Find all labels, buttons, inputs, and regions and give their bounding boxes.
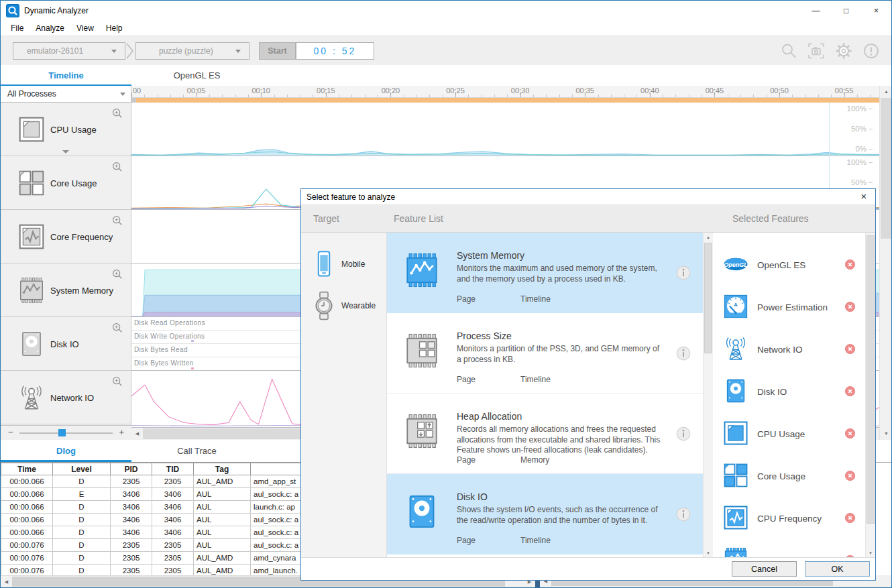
application-select[interactable]: puzzle (puzzle)	[135, 42, 249, 60]
log-column-header[interactable]: TID	[152, 463, 194, 475]
zoom-in-icon[interactable]	[111, 107, 123, 119]
zoom-in-icon[interactable]	[111, 268, 123, 280]
cancel-button[interactable]: Cancel	[732, 561, 797, 577]
log-cell: 2305	[111, 539, 152, 552]
remove-feature-button[interactable]	[843, 342, 857, 356]
menu-help[interactable]: Help	[100, 23, 129, 33]
sidebar-item-network-io[interactable]: Network IO	[1, 371, 131, 424]
info-icon[interactable]	[675, 264, 692, 282]
settings-icon[interactable]	[834, 42, 853, 60]
feature-process-size[interactable]: Process SizeMonitors a partition of the …	[387, 313, 703, 394]
scroll-down-button[interactable]: ▼	[866, 548, 875, 558]
zoom-in-icon[interactable]	[111, 322, 123, 334]
remove-feature-button[interactable]	[843, 511, 857, 525]
ruler-tick	[222, 95, 223, 97]
info-icon[interactable]	[675, 425, 692, 443]
opengl-icon: OpenGL	[722, 251, 749, 278]
timeline-vertical-scrollbar[interactable]: ▲ ▼	[879, 86, 892, 440]
scrollbar-thumb[interactable]	[867, 235, 875, 524]
info-icon[interactable]	[675, 345, 692, 362]
ruler-tick	[144, 95, 145, 97]
ruler-tick	[235, 95, 236, 97]
report-icon[interactable]	[862, 42, 881, 60]
expander-icon[interactable]	[62, 150, 69, 154]
log-column-header[interactable]: PID	[111, 463, 152, 475]
system-memory-icon	[402, 251, 442, 289]
sidebar-item-core-frequency[interactable]: Core Frequency	[1, 210, 131, 263]
ruler-tick	[274, 95, 275, 97]
device-select[interactable]: emulator-26101	[13, 42, 125, 60]
range-indicator-bar[interactable]	[131, 98, 879, 103]
start-button[interactable]: Start	[259, 42, 296, 60]
scrollbar-thumb[interactable]	[881, 98, 892, 239]
scroll-left-button[interactable]: ◀	[131, 428, 143, 440]
heap-allocation-icon	[402, 412, 442, 450]
log-cell: 2305	[152, 475, 194, 488]
log-cell: 00:00.076	[1, 552, 53, 565]
zoom-in-icon[interactable]	[111, 161, 123, 173]
target-wearable[interactable]: Wearable	[301, 285, 386, 327]
feature-title: Disk IO	[457, 491, 488, 502]
log-column-header[interactable]: Time	[1, 463, 53, 475]
log-column-header[interactable]: Tag	[194, 463, 251, 475]
zoom-in-icon[interactable]	[111, 375, 123, 388]
feature-list-column-header: Feature List	[394, 213, 443, 224]
dialog-close-button[interactable]: ×	[858, 190, 870, 202]
tab-call-trace[interactable]: Call Trace	[131, 440, 262, 462]
ok-button[interactable]: OK	[805, 561, 870, 577]
search-icon[interactable]	[779, 42, 798, 60]
minimize-button[interactable]: —	[801, 1, 831, 21]
screenshot-icon[interactable]	[807, 42, 826, 60]
feature-list-scrollbar[interactable]: ▲ ▼	[703, 233, 713, 558]
select-feature-dialog: Select feature to analyze × Target Featu…	[300, 188, 876, 581]
sidebar-item-cpu-usage[interactable]: CPU Usage	[1, 103, 131, 156]
remove-feature-button[interactable]	[843, 300, 857, 314]
feature-system-memory[interactable]: System MemoryMonitors the maximum and us…	[387, 233, 703, 313]
remove-feature-button[interactable]	[843, 257, 857, 272]
maximize-button[interactable]: □	[831, 1, 861, 21]
zoom-in-icon[interactable]	[111, 215, 123, 227]
ruler-tick	[494, 95, 495, 97]
cpu-usage-icon	[722, 420, 749, 447]
scroll-down-button[interactable]: ▼	[881, 428, 892, 440]
menu-view[interactable]: View	[70, 23, 100, 33]
zoom-out-button[interactable]: −	[8, 427, 13, 437]
remove-feature-button[interactable]	[843, 426, 857, 440]
ruler-tick	[170, 95, 171, 97]
selected-features-scrollbar[interactable]: ▼	[865, 233, 875, 558]
zoom-slider-thumb[interactable]	[58, 429, 66, 436]
close-button[interactable]: ×	[861, 1, 891, 21]
feature-disk-io[interactable]: Disk IOShows the system I/O events, such…	[387, 474, 703, 554]
ruler-label: 00;25	[446, 86, 465, 95]
remove-feature-button[interactable]	[843, 469, 857, 483]
sidebar-item-core-usage[interactable]: Core Usage	[1, 156, 131, 210]
scroll-up-button[interactable]: ▲	[704, 233, 713, 242]
ruler-tick	[598, 95, 599, 97]
tab-dlog[interactable]: Dlog	[1, 440, 131, 462]
remove-feature-button[interactable]	[843, 384, 857, 398]
menu-analyze[interactable]: Analyze	[30, 23, 70, 33]
ruler-tick	[533, 95, 534, 97]
process-filter-select[interactable]: All Processes	[1, 86, 131, 103]
info-icon[interactable]	[675, 506, 692, 523]
menu-file[interactable]: File	[5, 23, 30, 33]
scrollbar-thumb[interactable]	[704, 243, 712, 353]
zoom-slider-track[interactable]	[19, 432, 113, 434]
tab-timeline[interactable]: Timeline	[1, 65, 131, 86]
feature-heap-allocation[interactable]: Heap AllocationRecords all memory alloca…	[387, 394, 703, 474]
log-column-header[interactable]: Level	[53, 463, 111, 475]
cpu-usage-chart[interactable]: 100%50%0%	[131, 103, 879, 156]
sidebar-item-system-memory[interactable]: System Memory	[1, 263, 131, 317]
target-mobile[interactable]: Mobile	[301, 243, 386, 285]
disk-io-row-label: Disk Read Operations	[134, 319, 205, 327]
dialog-title: Select feature to analyze	[306, 192, 395, 202]
ruler-tick	[482, 95, 482, 97]
tab-opengl-es[interactable]: OpenGL ES	[131, 65, 262, 86]
target-label: Wearable	[341, 301, 376, 310]
zoom-in-button[interactable]: +	[119, 427, 124, 437]
sidebar-item-disk-io[interactable]: Disk IO	[1, 317, 131, 371]
scroll-down-button[interactable]: ▼	[704, 548, 713, 558]
scroll-up-button[interactable]: ▲	[881, 86, 892, 98]
log-cell: AUL	[194, 488, 251, 501]
scroll-left-button[interactable]: ◀	[1, 576, 12, 588]
